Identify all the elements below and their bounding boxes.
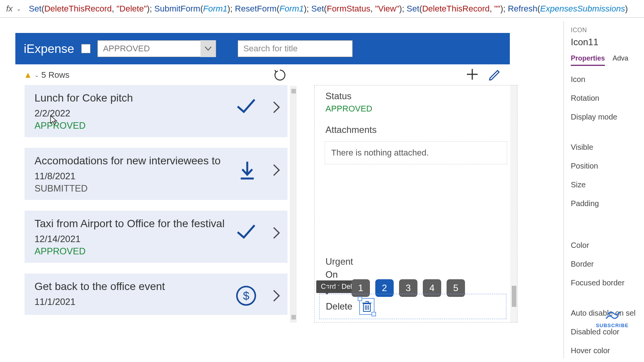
- refresh-icon[interactable]: [273, 68, 287, 82]
- property-row[interactable]: Rotation: [571, 94, 644, 103]
- property-row[interactable]: Position: [571, 162, 644, 170]
- fx-label: fx: [2, 4, 16, 14]
- filter-checkbox[interactable]: [81, 44, 90, 53]
- chevron-down-icon[interactable]: [200, 40, 216, 57]
- app-title: iExpense: [24, 42, 74, 56]
- property-row[interactable]: Display mode: [571, 113, 644, 121]
- property-row[interactable]: Focused border: [571, 278, 644, 287]
- list-scrollbar[interactable]: [290, 86, 297, 323]
- check-icon[interactable]: [235, 222, 257, 241]
- list-item[interactable]: Taxi from Airport to Office for the fest…: [25, 211, 288, 263]
- mouse-cursor: [50, 115, 58, 125]
- formula-text[interactable]: Set(DeleteThisRecord, "Delete"); SubmitF…: [29, 4, 628, 14]
- search-input[interactable]: [238, 40, 353, 57]
- check-icon[interactable]: [235, 97, 257, 115]
- list-toolbar: ▲ ⌄ 5 Rows: [15, 64, 510, 86]
- detail-scrollbar[interactable]: [510, 85, 517, 322]
- dropdown-value: APPROVED: [98, 44, 200, 54]
- dollar-icon[interactable]: $: [235, 285, 257, 306]
- app-canvas: iExpense APPROVED ▲ ⌄ 5 Rows Lunch for C: [15, 33, 510, 328]
- chevron-right-icon[interactable]: [272, 289, 281, 303]
- delete-card[interactable]: Delete: [319, 294, 506, 319]
- formula-bar: fx ⌄ Set(DeleteThisRecord, "Delete"); Su…: [0, 0, 644, 18]
- warning-chevron-icon[interactable]: ⌄: [34, 72, 39, 78]
- svg-text:$: $: [243, 289, 250, 302]
- tab-advanced[interactable]: Adva: [613, 54, 628, 66]
- list-item[interactable]: Accomodations for new interviewees to11/…: [25, 148, 288, 200]
- trash-icon[interactable]: [359, 298, 375, 315]
- list-item[interactable]: Lunch for Coke pitch2/2/2022APPROVED: [25, 85, 288, 137]
- selected-control-name: Icon11: [571, 37, 644, 48]
- urgent-label: Urgent: [325, 256, 353, 267]
- row-count-label: 5 Rows: [41, 70, 69, 80]
- add-icon[interactable]: [465, 67, 480, 82]
- property-row[interactable]: Color: [571, 241, 644, 250]
- panel-tabs: Properties Adva: [571, 54, 644, 66]
- property-row[interactable]: Visible: [571, 143, 644, 152]
- status-value: APPROVED: [315, 104, 517, 119]
- status-dropdown[interactable]: APPROVED: [97, 40, 216, 57]
- status-label: Status: [315, 85, 517, 104]
- fx-chevron-icon[interactable]: ⌄: [16, 6, 29, 12]
- property-row[interactable]: Icon: [571, 75, 644, 84]
- property-row[interactable]: Padding: [571, 199, 644, 208]
- property-row[interactable]: Size: [571, 180, 644, 189]
- detail-panel: Status APPROVED Attachments There is not…: [314, 85, 518, 323]
- item-status: APPROVED: [34, 120, 278, 131]
- edit-icon[interactable]: [488, 67, 501, 80]
- property-row[interactable]: Border: [571, 260, 644, 269]
- item-status: APPROVED: [34, 246, 278, 257]
- download-icon[interactable]: [238, 159, 257, 181]
- expense-list[interactable]: Lunch for Coke pitch2/2/2022APPROVEDAcco…: [25, 85, 297, 323]
- delete-label: Delete: [326, 301, 352, 312]
- attachments-label: Attachments: [315, 119, 517, 138]
- list-item[interactable]: Get back to the office event11/1/2021$: [25, 274, 288, 315]
- app-header: iExpense APPROVED: [15, 33, 510, 64]
- item-status: SUBMITTED: [34, 183, 278, 194]
- warning-icon[interactable]: ▲: [24, 70, 32, 80]
- attachments-area[interactable]: There is nothing attached.: [325, 141, 507, 164]
- subscribe-watermark: SUBSCRIBE: [596, 306, 629, 328]
- tab-properties[interactable]: Properties: [571, 54, 605, 66]
- level-label: evel: [325, 283, 342, 293]
- chevron-right-icon[interactable]: [272, 163, 281, 177]
- chevron-right-icon[interactable]: [272, 226, 281, 240]
- chevron-right-icon[interactable]: [272, 100, 281, 114]
- urgent-value: On: [325, 269, 353, 280]
- property-row[interactable]: Disabled color: [571, 328, 644, 336]
- panel-header: ICON: [571, 27, 644, 34]
- property-row[interactable]: Hover color: [571, 346, 644, 355]
